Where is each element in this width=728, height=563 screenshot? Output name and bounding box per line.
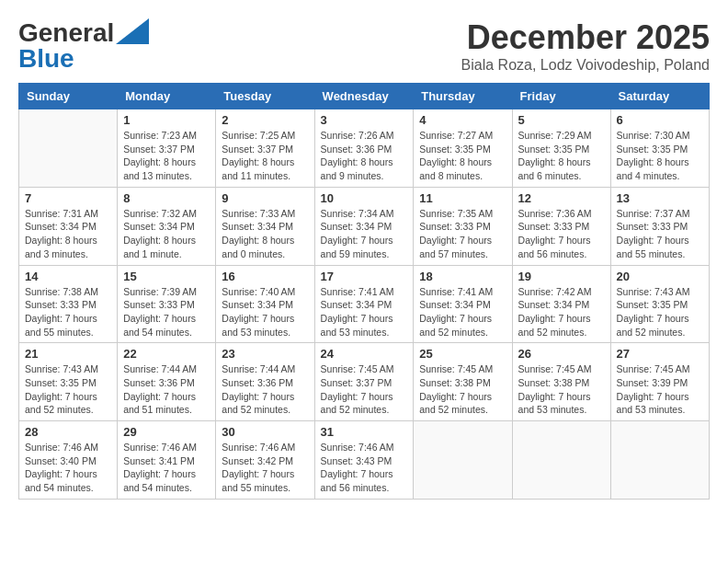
day-number: 10 bbox=[321, 191, 408, 205]
col-thursday: Thursday bbox=[414, 84, 512, 109]
calendar-header-row: Sunday Monday Tuesday Wednesday Thursday… bbox=[19, 84, 710, 109]
day-number: 29 bbox=[123, 425, 210, 439]
table-row: 18Sunrise: 7:41 AM Sunset: 3:34 PM Dayli… bbox=[414, 265, 512, 343]
col-tuesday: Tuesday bbox=[216, 84, 314, 109]
day-number: 24 bbox=[321, 347, 408, 361]
table-row bbox=[512, 421, 610, 500]
day-info: Sunrise: 7:43 AM Sunset: 3:35 PM Dayligh… bbox=[617, 285, 703, 339]
table-row: 3Sunrise: 7:26 AM Sunset: 3:36 PM Daylig… bbox=[314, 109, 414, 188]
table-row: 24Sunrise: 7:45 AM Sunset: 3:37 PM Dayli… bbox=[314, 343, 414, 421]
day-number: 1 bbox=[123, 113, 210, 127]
day-number: 11 bbox=[419, 191, 506, 205]
title-area: December 2025 Biala Roza, Lodz Voivodesh… bbox=[461, 18, 710, 74]
table-row: 20Sunrise: 7:43 AM Sunset: 3:35 PM Dayli… bbox=[610, 265, 709, 343]
day-info: Sunrise: 7:41 AM Sunset: 3:34 PM Dayligh… bbox=[419, 285, 506, 339]
table-row: 30Sunrise: 7:46 AM Sunset: 3:42 PM Dayli… bbox=[216, 421, 314, 500]
table-row bbox=[610, 421, 709, 500]
table-row bbox=[414, 421, 512, 500]
table-row: 10Sunrise: 7:34 AM Sunset: 3:34 PM Dayli… bbox=[314, 187, 414, 265]
day-info: Sunrise: 7:23 AM Sunset: 3:37 PM Dayligh… bbox=[123, 129, 210, 183]
day-info: Sunrise: 7:35 AM Sunset: 3:33 PM Dayligh… bbox=[419, 207, 506, 261]
table-row: 28Sunrise: 7:46 AM Sunset: 3:40 PM Dayli… bbox=[19, 421, 118, 500]
day-number: 6 bbox=[617, 113, 703, 127]
table-row: 25Sunrise: 7:45 AM Sunset: 3:38 PM Dayli… bbox=[414, 343, 512, 421]
day-number: 16 bbox=[222, 270, 308, 283]
table-row bbox=[19, 109, 118, 188]
day-info: Sunrise: 7:41 AM Sunset: 3:34 PM Dayligh… bbox=[321, 285, 408, 339]
logo-icon bbox=[116, 18, 149, 44]
day-number: 27 bbox=[617, 347, 703, 361]
day-info: Sunrise: 7:26 AM Sunset: 3:36 PM Dayligh… bbox=[321, 129, 408, 183]
table-row: 27Sunrise: 7:45 AM Sunset: 3:39 PM Dayli… bbox=[610, 343, 709, 421]
col-friday: Friday bbox=[512, 84, 610, 109]
day-number: 15 bbox=[123, 270, 210, 283]
table-row: 29Sunrise: 7:46 AM Sunset: 3:41 PM Dayli… bbox=[118, 421, 216, 500]
col-wednesday: Wednesday bbox=[314, 84, 414, 109]
day-info: Sunrise: 7:37 AM Sunset: 3:33 PM Dayligh… bbox=[617, 207, 703, 261]
day-number: 23 bbox=[222, 347, 308, 361]
day-number: 18 bbox=[419, 270, 506, 283]
table-row: 5Sunrise: 7:29 AM Sunset: 3:35 PM Daylig… bbox=[512, 109, 610, 188]
day-info: Sunrise: 7:46 AM Sunset: 3:40 PM Dayligh… bbox=[25, 441, 111, 495]
day-info: Sunrise: 7:39 AM Sunset: 3:33 PM Dayligh… bbox=[123, 285, 210, 339]
day-info: Sunrise: 7:38 AM Sunset: 3:33 PM Dayligh… bbox=[25, 285, 111, 339]
day-number: 14 bbox=[25, 270, 111, 283]
day-info: Sunrise: 7:44 AM Sunset: 3:36 PM Dayligh… bbox=[222, 362, 308, 417]
calendar-week-row: 14Sunrise: 7:38 AM Sunset: 3:33 PM Dayli… bbox=[19, 265, 710, 343]
day-number: 2 bbox=[222, 113, 308, 127]
table-row: 13Sunrise: 7:37 AM Sunset: 3:33 PM Dayli… bbox=[610, 187, 709, 265]
table-row: 1Sunrise: 7:23 AM Sunset: 3:37 PM Daylig… bbox=[118, 109, 216, 188]
table-row: 6Sunrise: 7:30 AM Sunset: 3:35 PM Daylig… bbox=[610, 109, 709, 188]
header: General Blue December 2025 Biala Roza, L… bbox=[18, 18, 710, 74]
col-saturday: Saturday bbox=[610, 84, 709, 109]
day-info: Sunrise: 7:43 AM Sunset: 3:35 PM Dayligh… bbox=[25, 362, 111, 417]
table-row: 22Sunrise: 7:44 AM Sunset: 3:36 PM Dayli… bbox=[118, 343, 216, 421]
day-info: Sunrise: 7:42 AM Sunset: 3:34 PM Dayligh… bbox=[518, 285, 605, 339]
month-title: December 2025 bbox=[461, 18, 710, 57]
calendar-week-row: 21Sunrise: 7:43 AM Sunset: 3:35 PM Dayli… bbox=[19, 343, 710, 421]
day-info: Sunrise: 7:34 AM Sunset: 3:34 PM Dayligh… bbox=[321, 207, 408, 261]
day-number: 8 bbox=[123, 191, 210, 205]
day-number: 25 bbox=[419, 347, 506, 361]
logo-blue: Blue bbox=[18, 46, 74, 72]
day-number: 26 bbox=[518, 347, 605, 361]
subtitle: Biala Roza, Lodz Voivodeship, Poland bbox=[461, 57, 710, 74]
day-info: Sunrise: 7:29 AM Sunset: 3:35 PM Dayligh… bbox=[518, 129, 605, 183]
day-info: Sunrise: 7:46 AM Sunset: 3:43 PM Dayligh… bbox=[321, 441, 408, 495]
day-number: 22 bbox=[123, 347, 210, 361]
day-number: 9 bbox=[222, 191, 308, 205]
day-number: 13 bbox=[617, 191, 703, 205]
table-row: 4Sunrise: 7:27 AM Sunset: 3:35 PM Daylig… bbox=[414, 109, 512, 188]
day-number: 28 bbox=[25, 425, 111, 439]
day-number: 31 bbox=[321, 425, 408, 439]
table-row: 16Sunrise: 7:40 AM Sunset: 3:34 PM Dayli… bbox=[216, 265, 314, 343]
svg-marker-0 bbox=[116, 18, 149, 44]
col-sunday: Sunday bbox=[19, 84, 118, 109]
col-monday: Monday bbox=[118, 84, 216, 109]
day-number: 17 bbox=[321, 270, 408, 283]
logo: General Blue bbox=[18, 18, 149, 72]
calendar-table: Sunday Monday Tuesday Wednesday Thursday… bbox=[18, 83, 710, 500]
day-info: Sunrise: 7:45 AM Sunset: 3:37 PM Dayligh… bbox=[321, 362, 408, 417]
day-info: Sunrise: 7:45 AM Sunset: 3:38 PM Dayligh… bbox=[419, 362, 506, 417]
day-info: Sunrise: 7:46 AM Sunset: 3:42 PM Dayligh… bbox=[222, 441, 308, 495]
day-number: 3 bbox=[321, 113, 408, 127]
calendar-week-row: 7Sunrise: 7:31 AM Sunset: 3:34 PM Daylig… bbox=[19, 187, 710, 265]
day-info: Sunrise: 7:25 AM Sunset: 3:37 PM Dayligh… bbox=[222, 129, 308, 183]
table-row: 31Sunrise: 7:46 AM Sunset: 3:43 PM Dayli… bbox=[314, 421, 414, 500]
day-info: Sunrise: 7:33 AM Sunset: 3:34 PM Dayligh… bbox=[222, 207, 308, 261]
calendar-week-row: 1Sunrise: 7:23 AM Sunset: 3:37 PM Daylig… bbox=[19, 109, 710, 188]
table-row: 15Sunrise: 7:39 AM Sunset: 3:33 PM Dayli… bbox=[118, 265, 216, 343]
day-info: Sunrise: 7:32 AM Sunset: 3:34 PM Dayligh… bbox=[123, 207, 210, 261]
table-row: 11Sunrise: 7:35 AM Sunset: 3:33 PM Dayli… bbox=[414, 187, 512, 265]
day-number: 12 bbox=[518, 191, 605, 205]
day-number: 4 bbox=[419, 113, 506, 127]
table-row: 14Sunrise: 7:38 AM Sunset: 3:33 PM Dayli… bbox=[19, 265, 118, 343]
day-number: 30 bbox=[222, 425, 308, 439]
day-info: Sunrise: 7:44 AM Sunset: 3:36 PM Dayligh… bbox=[123, 362, 210, 417]
table-row: 12Sunrise: 7:36 AM Sunset: 3:33 PM Dayli… bbox=[512, 187, 610, 265]
day-info: Sunrise: 7:46 AM Sunset: 3:41 PM Dayligh… bbox=[123, 441, 210, 495]
table-row: 8Sunrise: 7:32 AM Sunset: 3:34 PM Daylig… bbox=[118, 187, 216, 265]
day-info: Sunrise: 7:45 AM Sunset: 3:39 PM Dayligh… bbox=[617, 362, 703, 417]
day-info: Sunrise: 7:27 AM Sunset: 3:35 PM Dayligh… bbox=[419, 129, 506, 183]
